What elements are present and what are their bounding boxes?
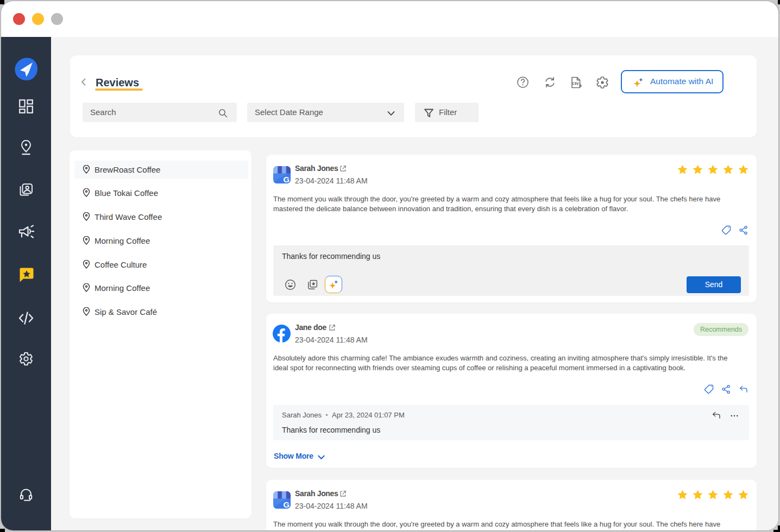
svg-text:G: G	[284, 175, 290, 184]
svg-text:G: G	[284, 500, 290, 509]
